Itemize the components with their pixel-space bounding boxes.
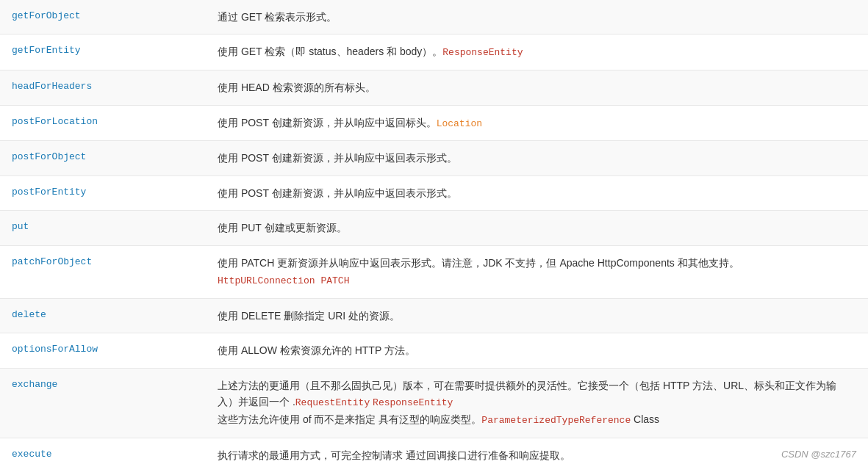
table-row: delete使用 DELETE 删除指定 URI 处的资源。 <box>0 298 868 333</box>
method-description: 使用 POST 创建新资源，并从响应中返回表示形式。 <box>206 175 868 210</box>
method-description: 使用 GET 检索（即 status、headers 和 body）。Respo… <box>206 35 868 70</box>
method-description: 上述方法的更通用（且不那么固执己见）版本，可在需要时提供额外的灵活性。它接受一个… <box>206 368 868 438</box>
method-description: 使用 PUT 创建或更新资源。 <box>206 211 868 245</box>
method-description: 使用 PATCH 更新资源并从响应中返回表示形式。请注意，JDK 不支持，但 A… <box>206 245 868 298</box>
method-description: 使用 ALLOW 检索资源允许的 HTTP 方法。 <box>206 333 868 368</box>
method-name: postForEntity <box>0 175 206 210</box>
method-name: headForHeaders <box>0 70 206 105</box>
method-name: optionsForAllow <box>0 333 206 368</box>
api-table: getForObject通过 GET 检索表示形式。getForEntity使用… <box>0 0 868 467</box>
method-name: patchForObject <box>0 245 206 298</box>
method-name: execute <box>0 438 206 467</box>
method-name: exchange <box>0 368 206 438</box>
table-row: postForObject使用 POST 创建新资源，并从响应中返回表示形式。 <box>0 141 868 175</box>
table-row: optionsForAllow使用 ALLOW 检索资源允许的 HTTP 方法。 <box>0 333 868 368</box>
method-description: 执行请求的最通用方式，可完全控制请求 通过回调接口进行准备和响应提取。 <box>206 438 868 467</box>
method-name: delete <box>0 298 206 333</box>
table-row: getForEntity使用 GET 检索（即 status、headers 和… <box>0 35 868 70</box>
watermark: CSDN @szc1767 <box>781 449 856 460</box>
method-name: postForObject <box>0 141 206 175</box>
method-name: getForEntity <box>0 35 206 70</box>
method-name: getForObject <box>0 0 206 35</box>
table-row: postForLocation使用 POST 创建新资源，并从响应中返回标头。L… <box>0 105 868 141</box>
table-row: headForHeaders使用 HEAD 检索资源的所有标头。 <box>0 70 868 105</box>
method-name: postForLocation <box>0 105 206 141</box>
table-row: put使用 PUT 创建或更新资源。 <box>0 211 868 245</box>
method-description: 使用 POST 创建新资源，并从响应中返回表示形式。 <box>206 141 868 175</box>
table-row: patchForObject使用 PATCH 更新资源并从响应中返回表示形式。请… <box>0 245 868 298</box>
method-description: 通过 GET 检索表示形式。 <box>206 0 868 35</box>
method-description: 使用 DELETE 删除指定 URI 处的资源。 <box>206 298 868 333</box>
table-row: exchange上述方法的更通用（且不那么固执己见）版本，可在需要时提供额外的灵… <box>0 368 868 438</box>
table-row: execute执行请求的最通用方式，可完全控制请求 通过回调接口进行准备和响应提… <box>0 438 868 467</box>
method-name: put <box>0 211 206 245</box>
method-description: 使用 HEAD 检索资源的所有标头。 <box>206 70 868 105</box>
table-row: getForObject通过 GET 检索表示形式。 <box>0 0 868 35</box>
table-row: postForEntity使用 POST 创建新资源，并从响应中返回表示形式。 <box>0 175 868 210</box>
method-description: 使用 POST 创建新资源，并从响应中返回标头。Location <box>206 105 868 141</box>
